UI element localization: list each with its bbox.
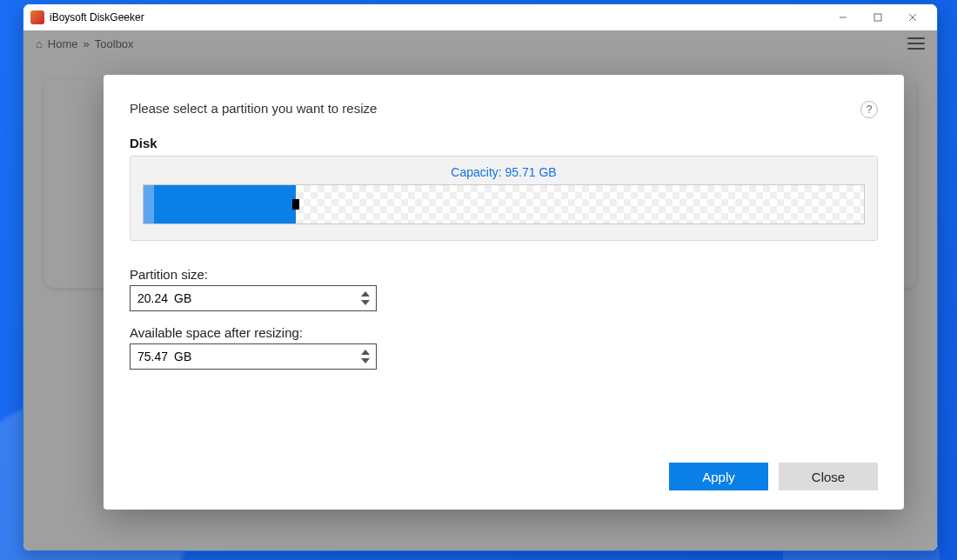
- partition-size-step-up[interactable]: [358, 290, 372, 297]
- partition-size-input[interactable]: 20.24 GB: [130, 285, 377, 311]
- partition-size-unit: GB: [174, 291, 191, 305]
- available-space-step-down[interactable]: [358, 357, 372, 364]
- help-button[interactable]: ?: [860, 101, 878, 118]
- partition-size-step-down[interactable]: [358, 299, 372, 306]
- minimize-button[interactable]: [826, 4, 860, 30]
- disk-heading: Disk: [130, 136, 878, 150]
- close-button[interactable]: Close: [779, 463, 878, 490]
- apply-button[interactable]: Apply: [669, 463, 768, 490]
- available-space-label: Available space after resizing:: [130, 325, 878, 340]
- app-window: iBoysoft DiskGeeker ⌂ Home » Toolbox Ple…: [23, 3, 938, 551]
- disk-usage-bar[interactable]: [143, 184, 865, 224]
- resize-handle[interactable]: [292, 199, 299, 210]
- used-segment: [154, 185, 296, 223]
- resize-partition-dialog: Please select a partition you want to re…: [104, 75, 904, 510]
- dialog-instruction: Please select a partition you want to re…: [130, 101, 377, 116]
- reserved-strip: [144, 185, 154, 223]
- available-space-input[interactable]: 75.47 GB: [130, 343, 377, 370]
- question-icon: ?: [867, 103, 873, 116]
- disk-panel: Capacity: 95.71 GB: [130, 156, 878, 241]
- available-space-unit: GB: [174, 350, 191, 363]
- app-icon: [30, 10, 44, 24]
- disk-capacity-label: Capacity: 95.71 GB: [143, 165, 865, 179]
- window-title: iBoysoft DiskGeeker: [50, 11, 144, 23]
- svg-rect-1: [874, 14, 881, 21]
- available-space-value: 75.47: [130, 350, 169, 363]
- titlebar: iBoysoft DiskGeeker: [23, 4, 937, 30]
- maximize-button[interactable]: [860, 4, 895, 30]
- partition-size-label: Partition size:: [130, 267, 878, 282]
- close-window-button[interactable]: [895, 4, 930, 30]
- available-space-step-up[interactable]: [358, 349, 372, 356]
- partition-size-value: 20.24: [130, 291, 169, 305]
